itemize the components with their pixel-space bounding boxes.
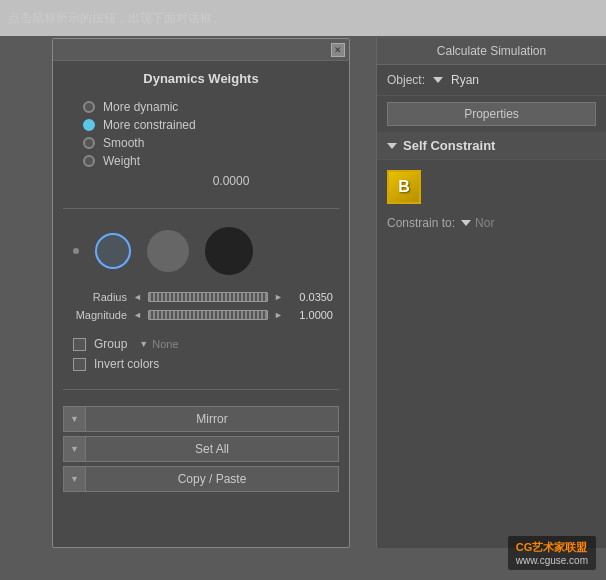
radio-smooth[interactable]: Smooth	[83, 136, 319, 150]
object-name: Ryan	[451, 73, 479, 87]
group-label: Group	[94, 337, 127, 351]
mirror-label: Mirror	[86, 412, 338, 426]
weight-value: 0.0000	[83, 172, 319, 196]
magnitude-value: 1.0000	[289, 309, 333, 321]
copy-paste-label: Copy / Paste	[86, 472, 338, 486]
calculate-simulation-button[interactable]: Calculate Simulation	[377, 38, 606, 65]
self-constraint-icon[interactable]: B	[387, 170, 421, 204]
radio-circle-more-constrained	[83, 119, 95, 131]
sliders-area: Radius ◄ ► 0.0350 Magnitude ◄ ► 1.0000	[53, 287, 349, 331]
group-checkbox-row: Group ▼ None	[73, 337, 329, 351]
invert-colors-checkbox[interactable]	[73, 358, 86, 371]
constrain-value: Nor	[475, 216, 494, 230]
set-all-label: Set All	[86, 442, 338, 456]
radio-circle-smooth	[83, 137, 95, 149]
radius-value: 0.0350	[289, 291, 333, 303]
magnitude-arrow-right[interactable]: ►	[274, 310, 283, 320]
invert-colors-label: Invert colors	[94, 357, 159, 371]
constrain-label: Constrain to:	[387, 216, 455, 230]
magnitude-slider-row: Magnitude ◄ ► 1.0000	[69, 309, 333, 321]
radius-slider-row: Radius ◄ ► 0.0350	[69, 291, 333, 303]
radio-weight[interactable]: Weight	[83, 154, 319, 168]
radio-group: More dynamic More constrained Smooth Wei…	[53, 94, 349, 202]
set-all-button[interactable]: ▼ Set All	[63, 436, 339, 462]
group-checkbox[interactable]	[73, 338, 86, 351]
group-dropdown[interactable]: ▼ None	[139, 338, 178, 350]
magnitude-arrow-left[interactable]: ◄	[133, 310, 142, 320]
watermark: CG艺术家联盟 www.cguse.com	[508, 536, 596, 570]
checkbox-area: Group ▼ None Invert colors	[53, 331, 349, 383]
separator-2	[63, 389, 339, 390]
separator-1	[63, 208, 339, 209]
properties-button[interactable]: Properties	[387, 102, 596, 126]
group-dropdown-value: None	[152, 338, 178, 350]
object-dropdown[interactable]	[433, 77, 443, 83]
mirror-button[interactable]: ▼ Mirror	[63, 406, 339, 432]
radio-more-dynamic[interactable]: More dynamic	[83, 100, 319, 114]
object-dropdown-arrow	[433, 77, 443, 83]
dynamics-weights-dialog: ✕ Dynamics Weights More dynamic More con…	[52, 38, 350, 548]
instruction-bar: 点击鼠标所示的按钮，出现下面对话框。	[0, 0, 606, 36]
radius-arrow-left[interactable]: ◄	[133, 292, 142, 302]
copy-paste-arrow: ▼	[64, 467, 86, 491]
section-collapse-arrow[interactable]	[387, 143, 397, 149]
invert-colors-checkbox-row: Invert colors	[73, 357, 329, 371]
brush-circle-large[interactable]	[205, 227, 253, 275]
magnitude-label: Magnitude	[69, 309, 127, 321]
radio-label-more-constrained: More constrained	[103, 118, 196, 132]
radio-label-smooth: Smooth	[103, 136, 144, 150]
watermark-brand: CG艺术家联盟	[516, 540, 588, 555]
radius-arrow-right[interactable]: ►	[274, 292, 283, 302]
constrain-dropdown-arrow	[461, 220, 471, 226]
icon-letter: B	[398, 178, 410, 196]
brush-dot-small	[73, 248, 79, 254]
brush-circle-medium[interactable]	[147, 230, 189, 272]
dialog-titlebar: ✕	[53, 39, 349, 61]
constrain-row: Constrain to: Nor	[377, 210, 606, 236]
right-panel: Calculate Simulation Object: Ryan Proper…	[376, 38, 606, 548]
mirror-arrow: ▼	[64, 407, 86, 431]
group-dropdown-arrow: ▼	[139, 339, 148, 349]
object-row: Object: Ryan	[377, 65, 606, 96]
set-all-arrow: ▼	[64, 437, 86, 461]
section-title: Self Constraint	[403, 138, 495, 153]
buttons-area: ▼ Mirror ▼ Set All ▼ Copy / Paste	[53, 396, 349, 502]
constrain-dropdown[interactable]: Nor	[461, 216, 494, 230]
instruction-text: 点击鼠标所示的按钮，出现下面对话框。	[8, 10, 224, 27]
close-button[interactable]: ✕	[331, 43, 345, 57]
radio-circle-weight	[83, 155, 95, 167]
self-constraint-section-header: Self Constraint	[377, 132, 606, 160]
brush-circle-selected[interactable]	[95, 233, 131, 269]
radio-label-weight: Weight	[103, 154, 140, 168]
watermark-url: www.cguse.com	[516, 555, 588, 566]
copy-paste-button[interactable]: ▼ Copy / Paste	[63, 466, 339, 492]
brush-preview	[53, 215, 349, 287]
radio-more-constrained[interactable]: More constrained	[83, 118, 319, 132]
dialog-title: Dynamics Weights	[53, 61, 349, 94]
magnitude-slider[interactable]	[148, 310, 268, 320]
radio-circle-more-dynamic	[83, 101, 95, 113]
radius-label: Radius	[69, 291, 127, 303]
object-label: Object:	[387, 73, 425, 87]
radius-slider[interactable]	[148, 292, 268, 302]
radio-label-more-dynamic: More dynamic	[103, 100, 178, 114]
